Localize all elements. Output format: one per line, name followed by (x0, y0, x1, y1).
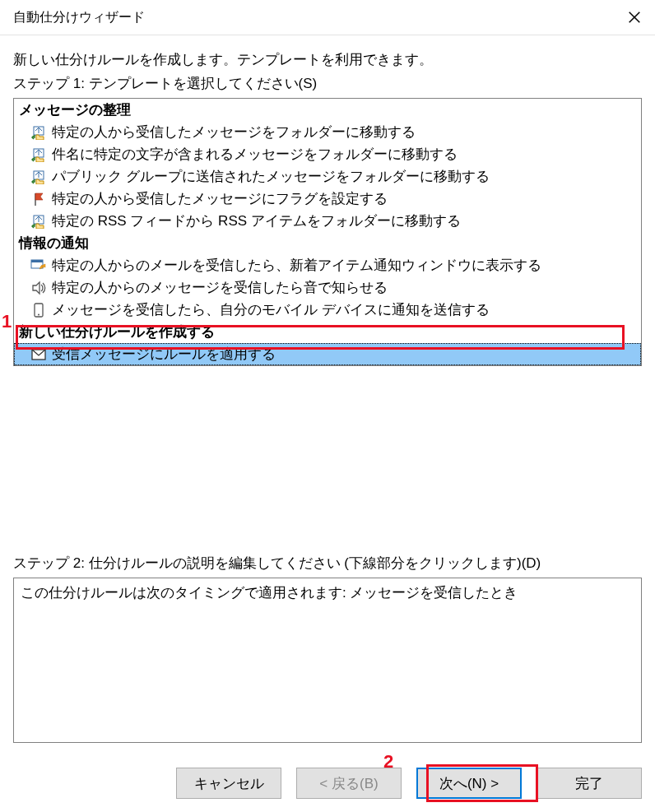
rule-description-text: この仕分けルールは次のタイミングで適用されます: メッセージを受信したとき (21, 585, 518, 601)
button-label: キャンセル (194, 774, 264, 793)
list-item-move-public-group[interactable]: パブリック グループに送信されたメッセージをフォルダーに移動する (14, 165, 641, 188)
list-item-label: 件名に特定の文字が含まれるメッセージをフォルダーに移動する (52, 146, 458, 164)
list-item-move-from-person[interactable]: 特定の人から受信したメッセージをフォルダーに移動する (14, 121, 641, 143)
step1-label: ステップ 1: テンプレートを選択してください(S) (13, 74, 642, 93)
group-header-organize: メッセージの整理 (14, 99, 641, 121)
move-folder-icon (30, 213, 47, 230)
rule-description-box[interactable]: この仕分けルールは次のタイミングで適用されます: メッセージを受信したとき (13, 578, 642, 743)
list-item-label: メッセージを受信したら、自分のモバイル デバイスに通知を送信する (52, 301, 490, 319)
list-item-label: 特定の人から受信したメッセージをフォルダーに移動する (52, 123, 416, 142)
next-button[interactable]: 次へ(N) > (416, 768, 522, 799)
list-item-move-rss[interactable]: 特定の RSS フィードから RSS アイテムをフォルダーに移動する (14, 210, 641, 232)
envelope-icon (30, 346, 47, 363)
list-item-notify-mobile[interactable]: メッセージを受信したら、自分のモバイル デバイスに通知を送信する (14, 299, 641, 321)
list-item-notify-sound[interactable]: 特定の人からのメッセージを受信したら音で知らせる (14, 276, 641, 299)
move-folder-icon (30, 124, 47, 141)
button-label: 次へ(N) > (439, 774, 499, 793)
back-button[interactable]: < 戻る(B) (296, 768, 402, 799)
list-item-apply-incoming[interactable]: 受信メッセージにルールを適用する (14, 343, 641, 365)
rules-wizard-dialog: 自動仕分けウィザード 新しい仕分けルールを作成します。テンプレートを利用できます… (0, 0, 655, 812)
dialog-title: 自動仕分けウィザード (13, 9, 145, 26)
mobile-icon (30, 302, 47, 318)
desktop-alert-icon (30, 258, 47, 274)
titlebar: 自動仕分けウィザード (0, 0, 655, 35)
cancel-button[interactable]: キャンセル (176, 768, 281, 799)
button-row: キャンセル < 戻る(B) 次へ(N) > 完了 (176, 768, 642, 799)
close-icon (629, 12, 640, 23)
intro-text: 新しい仕分けルールを作成します。テンプレートを利用できます。 (13, 50, 642, 69)
svg-marker-15 (33, 282, 39, 294)
sound-icon (30, 280, 47, 296)
list-item-label: 特定の RSS フィードから RSS アイテムをフォルダーに移動する (52, 212, 461, 230)
svg-rect-12 (31, 260, 43, 262)
template-listbox[interactable]: メッセージの整理 特定の人から受信したメッセージをフォルダーに移動する (13, 98, 642, 366)
group-header-notify: 情報の通知 (14, 232, 641, 254)
move-folder-icon (30, 146, 47, 163)
list-item-label: 特定の人から受信したメッセージにフラグを設定する (52, 190, 388, 208)
list-item-notify-window[interactable]: 特定の人からのメールを受信したら、新着アイテム通知ウィンドウに表示する (14, 254, 641, 276)
dialog-content: 新しい仕分けルールを作成します。テンプレートを利用できます。 ステップ 1: テ… (0, 35, 655, 753)
list-item-flag-from-person[interactable]: 特定の人から受信したメッセージにフラグを設定する (14, 188, 641, 210)
list-item-label: パブリック グループに送信されたメッセージをフォルダーに移動する (52, 168, 490, 186)
step2-label: ステップ 2: 仕分けルールの説明を編集してください (下線部分をクリックします… (13, 554, 642, 573)
button-label: 完了 (575, 774, 603, 793)
close-button[interactable] (616, 0, 653, 35)
svg-point-17 (38, 313, 39, 315)
list-item-label: 受信メッセージにルールを適用する (52, 346, 276, 364)
finish-button[interactable]: 完了 (537, 768, 642, 799)
list-item-move-subject[interactable]: 件名に特定の文字が含まれるメッセージをフォルダーに移動する (14, 143, 641, 165)
flag-icon (30, 191, 47, 207)
group-header-blank: 新しい仕分けルールを作成する (14, 321, 641, 343)
button-label: < 戻る(B) (319, 774, 378, 793)
list-item-label: 特定の人からのメッセージを受信したら音で知らせる (52, 279, 388, 297)
list-item-label: 特定の人からのメールを受信したら、新着アイテム通知ウィンドウに表示する (52, 257, 541, 275)
move-folder-icon (30, 169, 47, 185)
